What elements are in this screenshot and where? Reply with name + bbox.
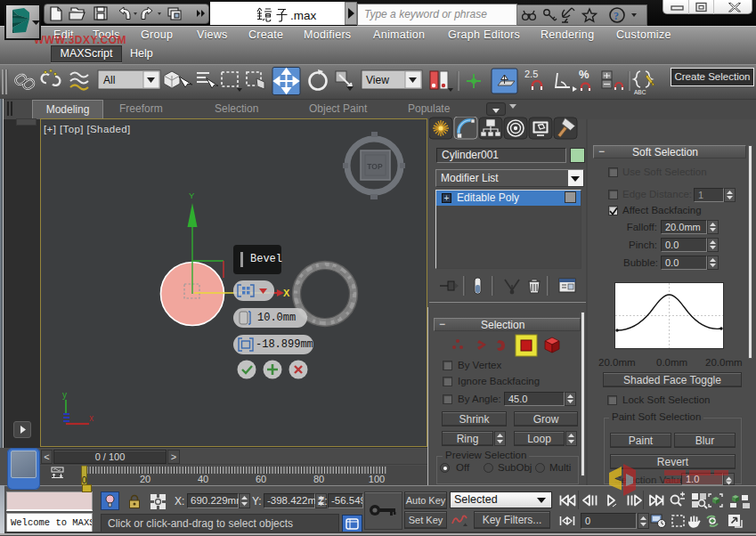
svg-text:Y: Y [189,191,195,200]
svg-text:x: x [89,413,93,423]
svg-text:%: % [579,68,589,81]
svg-text:TOP: TOP [367,162,383,171]
svg-text:View: View [366,74,389,86]
svg-text:60: 60 [256,474,266,484]
svg-text:2.5: 2.5 [524,69,538,79]
svg-text:20: 20 [140,474,150,484]
svg-text:40: 40 [198,474,208,484]
svg-text:X: X [283,288,290,298]
svg-text:80: 80 [313,474,324,484]
svg-text:y: y [62,390,67,400]
svg-text:ABC: ABC [634,89,646,95]
svg-text:?: ? [614,10,619,22]
svg-text:.max: .max [290,9,317,22]
svg-text:All: All [103,74,115,86]
svg-text:100: 100 [369,474,385,484]
